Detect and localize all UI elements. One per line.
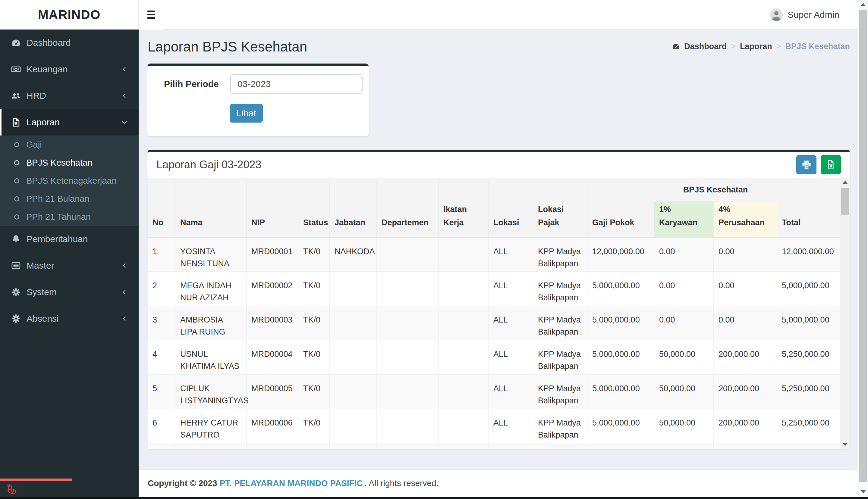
table-cell: 0.00 (654, 237, 714, 272)
scrollbar-thumb[interactable] (859, 10, 867, 482)
sidebar-item-bpjs-kesehatan[interactable]: BPJS Kesehatan (0, 154, 139, 172)
table-cell: MRD00005 (247, 375, 298, 409)
table-cell: MRD00006 (247, 409, 298, 443)
sidebar: MARINDO Dashboard Keuangan (0, 0, 139, 499)
scrollbar-thumb[interactable] (841, 188, 849, 215)
table-cell: 50,000.00 (654, 409, 714, 443)
sidebar-item-pph21-tahunan[interactable]: PPh 21 Tahunan (0, 208, 139, 226)
sidebar-item-dashboard[interactable]: Dashboard (0, 29, 139, 56)
content-area: Laporan BPJS Kesehatan Dashboard > Lapor… (139, 29, 868, 469)
breadcrumb-dashboard[interactable]: Dashboard (684, 42, 727, 51)
sidebar-item-pph21-bulanan[interactable]: PPh 21 Bulanan (0, 190, 139, 208)
table-cell: 0.00 (714, 237, 777, 272)
excel-button[interactable] (821, 155, 841, 174)
sidebar-item-master[interactable]: Master (0, 252, 139, 279)
table-cell: 0.00 (714, 272, 777, 306)
period-input[interactable] (230, 74, 362, 94)
table-cell: MRD00001 (247, 237, 298, 272)
sidebar-subitem-label: BPJS Ketenagakerjaan (26, 176, 117, 186)
breadcrumb-separator: > (776, 42, 781, 51)
table-cell: 5,000,000.00 (777, 306, 841, 340)
table-cell: 200,000.00 (714, 340, 777, 375)
hamburger-icon[interactable] (139, 0, 164, 29)
report-table-head: No Nama NIP Status Jabatan Departemen Ik… (148, 178, 841, 237)
sidebar-item-keuangan[interactable]: Keuangan (0, 56, 139, 83)
brand-logo[interactable]: MARINDO (0, 0, 139, 29)
table-cell (439, 340, 489, 375)
report-table-wrapper: No Nama NIP Status Jabatan Departemen Ik… (147, 178, 840, 449)
chevron-left-icon (121, 288, 128, 296)
content-header: Laporan BPJS Kesehatan Dashboard > Lapor… (139, 29, 868, 63)
table-cell (377, 272, 439, 306)
breadcrumb-current: BPJS Kesehatan (785, 42, 850, 51)
table-cell: 5,000,000.00 (587, 272, 654, 306)
table-cell: 5,000,000.00 (587, 409, 654, 443)
company-link[interactable]: PT. PELAYARAN MARINDO PASIFIC (220, 478, 363, 488)
table-cell (439, 409, 489, 443)
table-cell (377, 340, 439, 375)
table-row: 2MEGA INDAH NUR AZIZAHMRD00002TK/0ALLKPP… (148, 272, 841, 306)
table-cell: ALL (489, 237, 533, 272)
table-cell: 12,000,000.00 (587, 237, 654, 272)
print-button[interactable] (796, 155, 817, 174)
table-cell: TK/0 (298, 272, 330, 306)
report-actions (796, 155, 841, 174)
user-menu[interactable]: Super Admin (770, 9, 840, 21)
report-title: Laporan Gaji 03-2023 (156, 158, 261, 171)
browser-vertical-scrollbar[interactable] (858, 0, 868, 497)
table-cell: 5,250,000.00 (777, 409, 841, 443)
sidebar-subitem-label: PPh 21 Tahunan (26, 212, 91, 222)
sidebar-item-hrd[interactable]: HRD (0, 83, 139, 109)
table-cell: CIPLUK LISTYANINGTYAS (175, 375, 247, 409)
table-cell: MRD00004 (247, 340, 298, 375)
debugbar-collapsed-bar[interactable] (0, 497, 868, 499)
lihat-button[interactable]: Lihat (230, 104, 263, 123)
column-header: Ikatan Kerja (439, 178, 489, 237)
sidebar-item-absensi[interactable]: Absensi (0, 305, 139, 332)
column-header: Total (777, 178, 841, 237)
laravel-debugbar-toggle[interactable] (0, 481, 24, 497)
sidebar-item-laporan[interactable]: Laporan (0, 109, 139, 135)
table-cell: 50,000.00 (654, 340, 714, 375)
sidebar-item-bpjs-ketenagakerjaan[interactable]: BPJS Ketenagakerjaan (0, 172, 139, 190)
table-cell: YOSINTA NENSI TUNA (175, 237, 247, 272)
sidebar-item-label: Pemberitahuan (26, 234, 88, 244)
table-cell: TK/0 (298, 340, 330, 375)
table-vertical-scrollbar[interactable] (840, 178, 850, 449)
sidebar-item-gaji[interactable]: Gaji (0, 135, 139, 154)
chevron-down-icon (121, 118, 128, 126)
table-row: 4USNUL KHATIMA ILYASMRD00004TK/0ALLKPP M… (148, 340, 841, 375)
breadcrumb-laporan[interactable]: Laporan (740, 42, 772, 51)
table-cell (439, 306, 489, 340)
sidebar-item-system[interactable]: System (0, 279, 139, 305)
column-header-perusahaan: 4% Perusahaan (714, 202, 777, 237)
circle-icon (13, 159, 20, 166)
sidebar-item-pemberitahuan[interactable]: Pemberitahuan (0, 226, 139, 252)
table-cell: 3 (148, 306, 175, 340)
report-table: No Nama NIP Status Jabatan Departemen Ik… (147, 178, 840, 449)
scroll-up-arrow[interactable] (842, 181, 848, 184)
table-cell: 200,000.00 (714, 409, 777, 443)
scroll-down-arrow[interactable] (860, 490, 866, 493)
chevron-left-icon (121, 65, 128, 73)
table-cell (377, 306, 439, 340)
chevron-left-icon (121, 315, 128, 322)
column-header: NIP (247, 178, 298, 237)
user-name: Super Admin (787, 10, 840, 20)
table-cell: 4 (148, 340, 175, 375)
table-cell (377, 375, 439, 409)
table-cell: 5,000,000.00 (587, 340, 654, 375)
column-header-karyawan: 1% Karyawan (654, 202, 714, 237)
list-icon (11, 260, 21, 271)
table-cell (377, 409, 439, 443)
file-excel-icon (825, 159, 836, 170)
table-cell: ALL (489, 272, 533, 306)
circle-icon (13, 141, 20, 148)
table-cell: 0.00 (714, 306, 777, 340)
scroll-up-arrow[interactable] (860, 3, 866, 6)
sidebar-item-label: Master (26, 260, 54, 271)
chevron-left-icon (121, 92, 128, 100)
sidebar-item-label: HRD (26, 90, 46, 101)
circle-icon (13, 195, 20, 202)
scroll-down-arrow[interactable] (842, 443, 848, 446)
